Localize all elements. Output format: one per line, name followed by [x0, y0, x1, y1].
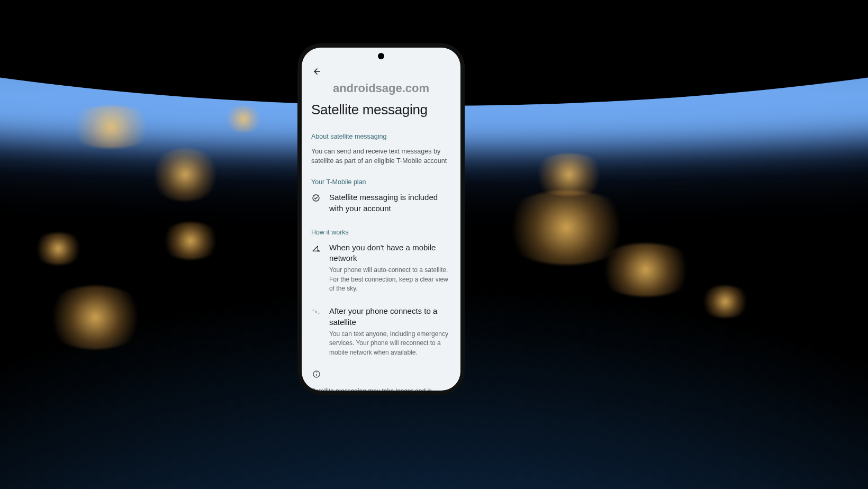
no-signal-icon [312, 244, 320, 252]
front-camera-notch [378, 53, 384, 59]
satellite-icon [312, 307, 320, 316]
svg-rect-1 [315, 311, 317, 313]
svg-point-0 [313, 195, 319, 201]
plan-row: Satellite messaging is included with you… [311, 192, 451, 216]
info-icon [312, 370, 321, 378]
check-circle-icon [312, 194, 320, 202]
arrow-left-icon [312, 67, 322, 76]
how-item-1-body: Your phone will auto-connect to a satell… [329, 266, 451, 293]
svg-rect-2 [312, 310, 314, 311]
svg-rect-3 [318, 313, 320, 314]
how-item-1-title: When you don't have a mobile network [329, 242, 451, 264]
how-section-header: How it works [311, 229, 451, 236]
watermark-text: androidsage.com [311, 82, 451, 95]
about-section-body: You can send and receive text messages b… [311, 147, 451, 166]
back-button[interactable] [311, 65, 323, 78]
phone-device-frame: androidsage.com Satellite messaging Abou… [297, 43, 465, 395]
info-icon-row [311, 370, 451, 378]
phone-screen: androidsage.com Satellite messaging Abou… [302, 48, 460, 391]
plan-section-header: Your T-Mobile plan [311, 178, 451, 186]
footer-disclaimer: Satellite messaging may take longer and … [311, 387, 451, 391]
svg-rect-6 [316, 374, 317, 376]
how-item-2-title: After your phone connects to a satellite [329, 306, 451, 328]
how-item-2-body: You can text anyone, including emergency… [329, 330, 451, 357]
page-title: Satellite messaging [311, 102, 451, 118]
how-row-1: When you don't have a mobile network You… [311, 242, 451, 294]
how-row-2: After your phone connects to a satellite… [311, 306, 451, 357]
svg-point-5 [316, 373, 317, 374]
plan-item-title: Satellite messaging is included with you… [329, 192, 451, 214]
about-section-header: About satellite messaging [311, 133, 451, 140]
